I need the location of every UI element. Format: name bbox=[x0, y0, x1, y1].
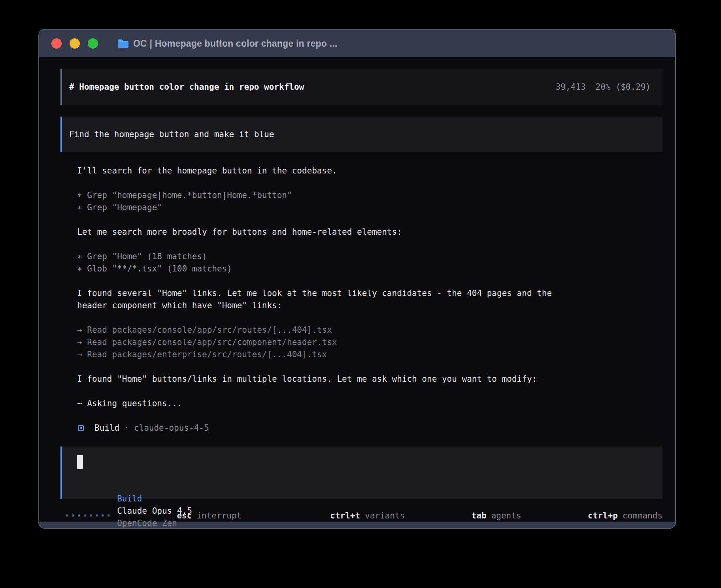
tool-call-grep: ∗ Grep "Home" (18 matches) bbox=[77, 251, 662, 263]
status-footer: escinterrupt ctrl+tvariants tabagents ct… bbox=[60, 509, 662, 522]
prompt-input[interactable]: Build Claude Opus 4.5 OpenCode Zen bbox=[60, 447, 662, 499]
blank-line bbox=[77, 385, 662, 398]
session-title: # Homepage button color change in repo w… bbox=[69, 82, 304, 92]
assistant-text: I'll search for the homepage button in t… bbox=[77, 165, 662, 177]
window-titlebar: OC | Homepage button color change in rep… bbox=[39, 30, 675, 57]
agent-status-row: Build · claude-opus-4-5 bbox=[77, 422, 662, 434]
session-cost: ($0.29) bbox=[615, 82, 651, 92]
hint-variants: ctrl+tvariants bbox=[280, 501, 405, 529]
hint-label: interrupt bbox=[196, 511, 242, 520]
text-cursor bbox=[77, 455, 83, 469]
blank-line bbox=[77, 361, 662, 373]
hint-label: variants bbox=[365, 511, 405, 520]
hint-key: ctrl+t bbox=[330, 511, 360, 520]
terminal-content: # Homepage button color change in repo w… bbox=[39, 57, 675, 522]
titlebar-title-group: OC | Homepage button color change in rep… bbox=[117, 38, 337, 49]
context-percent: 20% bbox=[596, 82, 611, 92]
hint-agents: tabagents bbox=[421, 501, 521, 529]
hint-label: commands bbox=[623, 511, 662, 520]
tool-call-glob: ∗ Glob "**/*.tsx" (100 matches) bbox=[77, 263, 662, 275]
assistant-text: Let me search more broadly for buttons a… bbox=[77, 226, 662, 238]
window-title: OC | Homepage button color change in rep… bbox=[133, 38, 337, 49]
hint-key: tab bbox=[472, 511, 487, 520]
blank-line bbox=[77, 238, 662, 251]
assistant-text: header component which have "Home" links… bbox=[77, 300, 662, 312]
hint-interrupt: escinterrupt bbox=[127, 501, 242, 529]
hint-commands: ctrl+pcommands bbox=[538, 501, 662, 529]
tool-call-read: → Read packages/console/app/src/componen… bbox=[77, 336, 662, 349]
assistant-conversation: I'll search for the homepage button in t… bbox=[77, 165, 662, 434]
blank-line bbox=[77, 214, 662, 226]
minimize-button[interactable] bbox=[70, 38, 80, 49]
build-agent-icon bbox=[78, 425, 84, 431]
agent-separator: · bbox=[124, 422, 129, 434]
folder-icon bbox=[117, 38, 129, 49]
assistant-text: I found several "Home" links. Let me loo… bbox=[77, 287, 662, 300]
user-message: Find the homepage button and make it blu… bbox=[60, 117, 662, 152]
token-count: 39,413 bbox=[556, 82, 586, 92]
blank-line bbox=[77, 275, 662, 287]
assistant-text: I found "Home" buttons/links in multiple… bbox=[77, 373, 662, 385]
close-button[interactable] bbox=[51, 38, 62, 49]
tool-call-read: → Read packages/enterprise/src/routes/[.… bbox=[77, 349, 662, 361]
footer-right: ctrl+tvariants tabagents ctrl+pcommands bbox=[280, 501, 662, 529]
spinner-dots-icon bbox=[66, 514, 109, 516]
footer-left: escinterrupt bbox=[66, 501, 242, 529]
tool-call-read: → Read packages/console/app/src/routes/[… bbox=[77, 324, 662, 336]
blank-line bbox=[77, 312, 662, 324]
maximize-button[interactable] bbox=[88, 38, 98, 49]
window-controls bbox=[51, 38, 98, 49]
tool-call-grep: ∗ Grep "Homepage" bbox=[77, 202, 662, 214]
assistant-status-text: ~ Asking questions... bbox=[77, 398, 662, 410]
blank-line bbox=[77, 177, 662, 189]
terminal-window: OC | Homepage button color change in rep… bbox=[38, 29, 676, 529]
input-status-bar: Build Claude Opus 4.5 OpenCode Zen bbox=[77, 481, 651, 493]
tool-call-grep: ∗ Grep "homepage|home.*button|Home.*butt… bbox=[77, 189, 662, 202]
agent-name: Build bbox=[94, 422, 119, 434]
hint-label: agents bbox=[491, 511, 521, 520]
hint-key: ctrl+p bbox=[588, 511, 618, 520]
session-stats: 39,413 20% ($0.29) bbox=[556, 82, 651, 92]
agent-model: claude-opus-4-5 bbox=[134, 422, 209, 434]
hint-key: esc bbox=[177, 511, 192, 520]
user-message-text: Find the homepage button and make it blu… bbox=[69, 130, 274, 139]
session-header: # Homepage button color change in repo w… bbox=[60, 69, 662, 105]
